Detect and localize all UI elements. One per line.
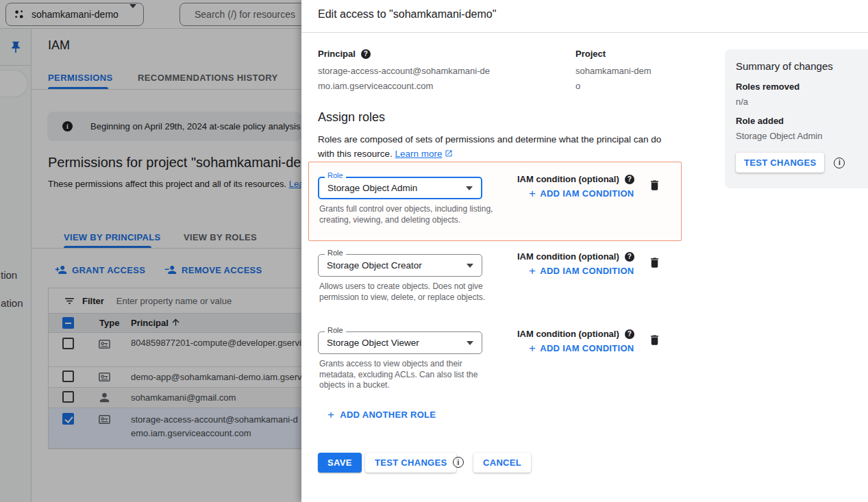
role-description: Grants access to view objects and their … xyxy=(319,359,493,391)
project-field-label: Project xyxy=(575,49,606,59)
role-description: Allows users to create objects. Does not… xyxy=(319,281,493,303)
role-dropdown[interactable]: Storage Object Viewer xyxy=(318,331,482,354)
add-iam-condition-label: ADD IAM CONDITION xyxy=(540,266,634,276)
add-another-role-label: ADD ANOTHER ROLE xyxy=(340,410,436,420)
principal-field-label: Principal xyxy=(318,49,371,59)
add-another-role-button[interactable]: + ADD ANOTHER ROLE xyxy=(327,410,436,420)
roles-removed-value: n/a xyxy=(736,97,857,107)
info-icon[interactable] xyxy=(453,457,464,468)
dialog-title: Edit access to "sohamkamani-demo" xyxy=(318,8,496,21)
iam-condition-label-text: IAM condition (optional) xyxy=(517,329,619,339)
modal-scrim[interactable] xyxy=(0,0,301,502)
dropdown-arrow-icon xyxy=(466,186,473,190)
add-iam-condition-button[interactable]: + ADD IAM CONDITION xyxy=(529,188,634,199)
role-dropdown-value: Storage Object Admin xyxy=(327,183,466,193)
test-changes-button[interactable]: TEST CHANGES xyxy=(365,453,456,473)
iam-page-background: sohamkamani-demo tion ation IAM PERMISSI… xyxy=(0,0,301,502)
dropdown-arrow-icon xyxy=(467,341,473,345)
project-label-text: Project xyxy=(575,49,606,59)
edit-access-dialog: Edit access to "sohamkamani-demo" Princi… xyxy=(301,0,868,502)
info-icon[interactable] xyxy=(834,158,845,168)
delete-role-button[interactable] xyxy=(648,179,661,192)
help-icon[interactable] xyxy=(625,329,634,339)
project-value: sohamkamani-demo xyxy=(575,64,652,94)
role-row: Storage Object Viewer Role Grants access… xyxy=(301,324,685,401)
assign-roles-description: Roles are composed of sets of permission… xyxy=(318,132,666,161)
delete-role-button[interactable] xyxy=(648,256,661,269)
add-iam-condition-label: ADD IAM CONDITION xyxy=(540,188,634,199)
external-link-icon xyxy=(445,149,453,158)
plus-icon: + xyxy=(327,410,334,420)
plus-icon: + xyxy=(529,266,536,276)
iam-condition-label-text: IAM condition (optional) xyxy=(517,251,619,262)
iam-condition-label: IAM condition (optional) xyxy=(517,251,634,262)
role-field-label: Role xyxy=(325,172,346,179)
principal-value: storage-access-account@sohamkamani-demo.… xyxy=(318,64,491,94)
delete-role-button[interactable] xyxy=(648,334,661,347)
summary-heading: Summary of changes xyxy=(736,60,857,72)
save-button[interactable]: SAVE xyxy=(318,453,362,473)
add-iam-condition-label: ADD IAM CONDITION xyxy=(540,343,634,353)
assign-roles-description-text: Roles are composed of sets of permission… xyxy=(318,134,661,159)
role-dropdown-value: Storage Object Creator xyxy=(327,260,467,271)
dropdown-arrow-icon xyxy=(467,264,473,268)
iam-condition-label: IAM condition (optional) xyxy=(517,174,634,184)
role-added-value: Storage Object Admin xyxy=(736,131,857,141)
summary-of-changes-card: Summary of changes Roles removed n/a Rol… xyxy=(725,49,868,188)
gcp-iam-screen: sohamkamani-demo tion ation IAM PERMISSI… xyxy=(0,0,868,502)
principal-label-text: Principal xyxy=(318,49,356,59)
summary-test-changes-button[interactable]: TEST CHANGES xyxy=(736,153,824,173)
roles-removed-label: Roles removed xyxy=(736,81,857,92)
help-icon[interactable] xyxy=(625,252,634,262)
role-field-label: Role xyxy=(325,327,346,334)
role-row: Storage Object Admin Role Grants full co… xyxy=(301,169,685,247)
role-row: Storage Object Creator Role Allows users… xyxy=(301,247,685,324)
role-dropdown[interactable]: Storage Object Creator xyxy=(318,254,482,277)
role-description: Grants full control over objects, includ… xyxy=(319,204,493,225)
iam-condition-label-text: IAM condition (optional) xyxy=(517,174,619,184)
cancel-button[interactable]: CANCEL xyxy=(473,453,531,473)
help-icon[interactable] xyxy=(625,175,634,184)
add-iam-condition-button[interactable]: + ADD IAM CONDITION xyxy=(529,266,634,276)
add-iam-condition-button[interactable]: + ADD IAM CONDITION xyxy=(529,343,634,353)
role-dropdown[interactable]: Storage Object Admin xyxy=(318,177,482,199)
plus-icon: + xyxy=(529,344,536,353)
iam-condition-label: IAM condition (optional) xyxy=(517,329,634,339)
assign-roles-heading: Assign roles xyxy=(318,110,385,125)
role-field-label: Role xyxy=(325,249,346,257)
plus-icon: + xyxy=(529,189,536,199)
learn-more-link[interactable]: Learn more xyxy=(395,149,443,159)
role-dropdown-value: Storage Object Viewer xyxy=(327,338,467,348)
help-icon[interactable] xyxy=(361,49,371,59)
divider xyxy=(301,32,868,33)
role-added-label: Role added xyxy=(736,116,857,126)
